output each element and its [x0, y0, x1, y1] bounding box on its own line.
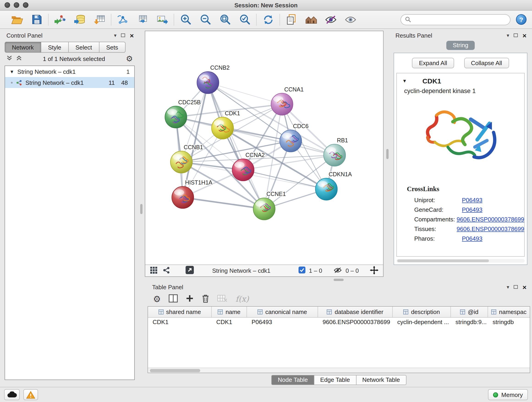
results-tab-string[interactable]: String: [446, 41, 475, 50]
warnings-button[interactable]: [23, 389, 38, 400]
expand-all-icon[interactable]: [16, 55, 22, 62]
network-node-rb1[interactable]: RB1: [324, 137, 348, 166]
close-window-button[interactable]: [5, 2, 10, 8]
cell-shared-name[interactable]: CDK1: [148, 318, 212, 328]
open-session-button[interactable]: [11, 13, 23, 26]
refresh-button[interactable]: [262, 13, 274, 26]
splitter-grip[interactable]: [386, 149, 388, 159]
float-panel-icon[interactable]: [514, 33, 518, 37]
collapse-all-button[interactable]: Collapse All: [464, 58, 509, 68]
results-horizontal-scrollbar[interactable]: [396, 259, 525, 263]
copy-document-button[interactable]: [285, 13, 298, 26]
save-session-button[interactable]: [30, 13, 43, 26]
splitter-grip[interactable]: [140, 204, 142, 214]
zoom-fit-button[interactable]: [219, 13, 231, 26]
import-network-file-button[interactable]: [54, 13, 66, 26]
maximize-window-button[interactable]: [23, 2, 28, 8]
column-header-description[interactable]: description: [393, 307, 451, 317]
close-panel-icon[interactable]: ×: [130, 32, 134, 39]
table-horizontal-scrollbar[interactable]: [148, 368, 530, 373]
column-header-id[interactable]: @id: [451, 307, 488, 317]
tab-node-table[interactable]: Node Table: [271, 375, 314, 385]
table-row[interactable]: CDK1 CDK1 P06493 9606.ENSP00000378699 cy…: [148, 318, 530, 328]
crosslink-compartments-link[interactable]: 9606.ENSP00000378699: [457, 216, 524, 223]
panel-menu-icon[interactable]: ▾: [507, 284, 509, 289]
network-options-gear-icon[interactable]: ⚙: [126, 55, 133, 63]
panel-menu-icon[interactable]: ▾: [507, 33, 509, 38]
zoom-out-button[interactable]: [199, 13, 212, 26]
grid-view-icon[interactable]: [150, 266, 158, 275]
network-node-hist1h1a[interactable]: HIST1H1A: [172, 179, 212, 208]
search-input[interactable]: [414, 16, 506, 23]
network-canvas[interactable]: CCNB2CCNA1CDC25BCDK1CDC6RB1CCNB1CCNA2CDK…: [145, 31, 383, 264]
tab-network[interactable]: Network: [5, 42, 41, 53]
cell-name[interactable]: CDK1: [212, 318, 247, 328]
splitter-table-panel[interactable]: [145, 277, 532, 282]
selected-checkbox-icon[interactable]: [298, 266, 306, 275]
tab-sets[interactable]: Sets: [99, 42, 125, 53]
column-header-namespace[interactable]: namespac: [488, 307, 530, 317]
network-graph[interactable]: CCNB2CCNA1CDC25BCDK1CDC6RB1CCNB1CCNA2CDK…: [145, 31, 383, 264]
network-share-view-icon[interactable]: [163, 266, 171, 275]
column-header-shared-name[interactable]: shared name: [148, 307, 212, 317]
cell-namespace[interactable]: stringdb: [488, 318, 530, 328]
cell-database-identifier[interactable]: 9606.ENSP00000378699: [318, 318, 393, 328]
float-panel-icon[interactable]: [514, 285, 518, 289]
new-table-button[interactable]: [136, 13, 149, 26]
crosslink-uniprot-link[interactable]: P06493: [462, 197, 482, 204]
minimize-window-button[interactable]: [14, 2, 19, 8]
splitter-grip[interactable]: [333, 279, 343, 281]
network-node-cdk1[interactable]: CDK1: [211, 110, 240, 139]
splitter-control-network[interactable]: [138, 31, 145, 387]
network-node-cdc25b[interactable]: CDC25B: [165, 99, 201, 128]
network-node-ccna1[interactable]: CCNA1: [271, 86, 304, 115]
network-edge[interactable]: [208, 83, 264, 209]
hide-details-eye-slash-button[interactable]: [324, 13, 337, 26]
cell-id[interactable]: stringdb:9...: [451, 318, 488, 328]
column-header-name[interactable]: name: [212, 307, 247, 317]
tab-style[interactable]: Style: [41, 42, 69, 53]
show-columns-icon[interactable]: [169, 294, 178, 304]
column-header-canonical-name[interactable]: canonical name: [247, 307, 318, 317]
expand-all-button[interactable]: Expand All: [412, 58, 454, 68]
new-network-button[interactable]: [116, 13, 129, 26]
hidden-eye-slash-icon[interactable]: [333, 267, 342, 275]
collapse-all-icon[interactable]: [6, 55, 12, 62]
cell-canonical-name[interactable]: P06493: [247, 318, 318, 328]
delete-column-trash-icon[interactable]: [202, 294, 209, 304]
crosslink-genecard-link[interactable]: P06493: [462, 206, 482, 213]
scrollbar-thumb[interactable]: [150, 369, 200, 372]
float-panel-icon[interactable]: [121, 33, 125, 37]
zoom-in-button[interactable]: [179, 13, 192, 26]
network-row-selected[interactable]: ● String Network – cdk1 11 48: [5, 77, 134, 88]
export-image-button[interactable]: [156, 13, 169, 26]
memory-button[interactable]: Memory: [488, 389, 528, 400]
tab-select[interactable]: Select: [69, 42, 99, 53]
import-table-file-button[interactable]: [93, 13, 106, 26]
crosslink-pharos-link[interactable]: P06493: [462, 235, 482, 242]
column-header-database-identifier[interactable]: database identifier: [318, 307, 393, 317]
section-collapse-icon[interactable]: ▼: [402, 78, 407, 83]
import-network-database-button[interactable]: [73, 13, 86, 26]
cell-description[interactable]: cyclin-dependent ...: [393, 318, 451, 328]
tab-network-table[interactable]: Network Table: [356, 375, 406, 385]
network-node-cdkn1a[interactable]: CDKN1A: [316, 171, 352, 200]
crosslink-tissues-link[interactable]: 9606.ENSP00000378699: [457, 225, 524, 232]
add-column-icon[interactable]: [186, 294, 194, 304]
close-panel-icon[interactable]: ×: [522, 32, 526, 39]
panel-menu-icon[interactable]: ▾: [114, 33, 116, 38]
open-in-new-window-icon[interactable]: [185, 265, 194, 276]
zoom-selected-button[interactable]: [238, 13, 251, 26]
tab-edge-table[interactable]: Edge Table: [314, 375, 356, 385]
close-panel-icon[interactable]: ×: [522, 283, 526, 290]
collection-expand-icon[interactable]: ▼: [10, 69, 14, 74]
move-crosshair-icon[interactable]: [370, 266, 379, 276]
help-button[interactable]: ?: [516, 14, 526, 25]
splitter-network-results[interactable]: [384, 31, 391, 277]
show-details-eye-button[interactable]: [344, 13, 357, 26]
scrollbar-thumb[interactable]: [397, 259, 489, 262]
network-node-ccnb2[interactable]: CCNB2: [197, 64, 230, 94]
network-collection-row[interactable]: ▼ String Network – cdk1 1: [5, 66, 134, 77]
network-edge[interactable]: [208, 83, 282, 104]
network-edge[interactable]: [183, 197, 264, 209]
